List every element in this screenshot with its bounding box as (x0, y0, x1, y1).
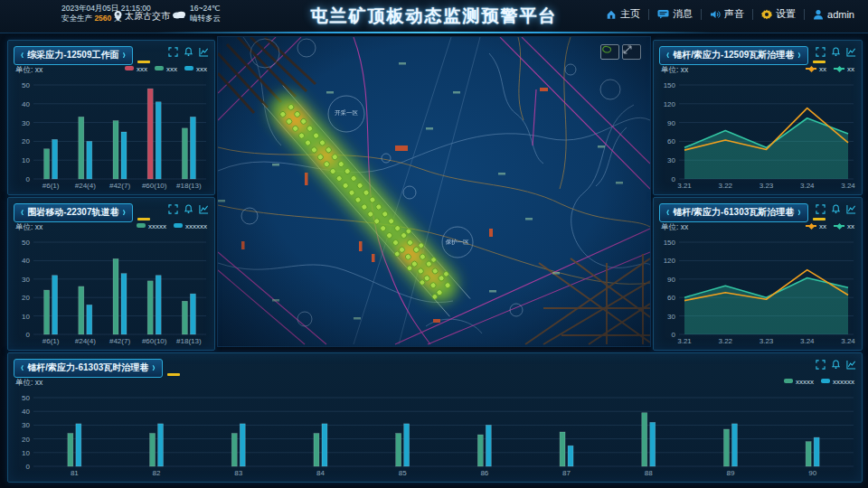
chevron-right-icon: › (152, 361, 155, 374)
panel-title: 围岩移动-22307轨道巷 (27, 206, 118, 219)
svg-text:40: 40 (22, 100, 30, 108)
chevron-right-icon: › (797, 48, 800, 61)
panel-title: 锚杆/索应力-61303瓦时治理巷 (27, 361, 148, 374)
title-underline-dash (167, 373, 180, 376)
svg-text:3.23: 3.23 (760, 182, 774, 190)
svg-text:30: 30 (22, 276, 30, 284)
svg-text:10: 10 (22, 449, 30, 457)
panel-title-capsule: ‹综采应力-12509工作面› (14, 46, 133, 65)
svg-text:86: 86 (480, 469, 488, 477)
title-underline-dash (137, 61, 150, 63)
trend-icon[interactable] (199, 47, 209, 57)
region-icon (601, 45, 612, 53)
map-region-button[interactable] (600, 44, 619, 60)
svg-text:3.21: 3.21 (677, 182, 692, 190)
chevron-left-icon: ‹ (21, 361, 24, 374)
svg-text:3.24: 3.24 (800, 337, 815, 345)
svg-text:3.21: 3.21 (677, 337, 692, 345)
svg-text:60: 60 (667, 294, 675, 302)
expand-icon[interactable] (816, 47, 826, 57)
trend-icon[interactable] (846, 360, 856, 370)
svg-text:40: 40 (22, 257, 30, 265)
svg-text:150: 150 (664, 239, 676, 247)
title-underline-dash (813, 218, 826, 221)
bar-chart: 01020304050#6(1)#24(4)#42(7)#60(10)#18(1… (12, 237, 211, 346)
line-chart: 03060901201503.213.223.233.243.24 (657, 80, 858, 191)
svg-text:30: 30 (667, 313, 675, 321)
chevron-left-icon: ‹ (21, 205, 24, 219)
svg-text:#6(1): #6(1) (42, 337, 60, 345)
trend-icon[interactable] (846, 204, 856, 214)
panel-title: 锚杆/索应力-12509瓦斯治理巷 (673, 49, 794, 61)
nav-sound[interactable]: 声音 (702, 7, 752, 21)
svg-text:30: 30 (667, 156, 675, 164)
svg-text:20: 20 (22, 436, 30, 444)
svg-text:0: 0 (672, 331, 676, 339)
svg-text:#24(4): #24(4) (75, 182, 96, 190)
panel-title-capsule: ‹锚杆/索应力-61303瓦斯治理巷› (659, 203, 808, 222)
expand-icon[interactable] (168, 47, 178, 57)
svg-text:50: 50 (22, 239, 30, 247)
panel-title: 综采应力-12509工作面 (27, 49, 118, 61)
message-icon (657, 9, 669, 19)
unit-label: 单位: xx (15, 222, 42, 231)
expand-icon[interactable] (168, 204, 178, 214)
svg-text:0: 0 (26, 463, 31, 471)
svg-text:3.22: 3.22 (718, 182, 732, 190)
panel-toolbar (816, 47, 856, 57)
chevron-right-icon: › (122, 48, 125, 61)
svg-text:#24(4): #24(4) (75, 337, 96, 345)
map-zone-label: 开采一区 (335, 108, 358, 117)
svg-text:85: 85 (399, 469, 407, 477)
svg-text:83: 83 (234, 469, 242, 477)
bar-chart: 0102030405081828384858687888990 (12, 392, 858, 478)
chevron-left-icon: ‹ (666, 48, 669, 61)
svg-text:81: 81 (71, 469, 79, 477)
svg-text:60: 60 (667, 137, 675, 145)
chevron-left-icon: ‹ (666, 205, 669, 219)
expand-icon[interactable] (816, 360, 826, 370)
svg-text:82: 82 (153, 469, 161, 477)
svg-text:0: 0 (26, 331, 31, 339)
alarm-icon[interactable] (831, 360, 841, 370)
svg-text:#60(10): #60(10) (142, 182, 167, 190)
chart-legend: xxxxxxxxxxx (137, 222, 207, 230)
svg-text:#6(1): #6(1) (42, 182, 60, 190)
sound-icon (710, 9, 721, 20)
expand-icon[interactable] (816, 204, 826, 214)
chart-legend: xxxx (806, 65, 854, 73)
alarm-icon[interactable] (184, 204, 193, 214)
chevron-right-icon: › (122, 205, 125, 219)
nav-admin[interactable]: admin (805, 9, 863, 20)
map-fullscreen-button[interactable] (622, 44, 641, 60)
nav-settings[interactable]: 设置 (753, 7, 804, 21)
trend-icon[interactable] (199, 204, 209, 214)
trend-icon[interactable] (846, 47, 856, 57)
svg-text:50: 50 (22, 394, 30, 402)
panel-title-capsule: ‹锚杆/索应力-12509瓦斯治理巷› (659, 46, 808, 65)
panel-bolt-stress-61303: ‹锚杆/索应力-61303瓦斯治理巷› 单位: xxxxxx 030609012… (653, 197, 863, 351)
alarm-icon[interactable] (831, 47, 841, 57)
svg-text:3.23: 3.23 (760, 337, 774, 345)
svg-text:#18(13): #18(13) (176, 182, 202, 190)
bar-chart: 01020304050#6(1)#24(4)#42(7)#60(10)#18(1… (12, 80, 211, 191)
title-underline-dash (813, 61, 826, 63)
mine-map-panel[interactable]: 开采一区 保护一区 (217, 36, 651, 347)
map-zone-label: 保护一区 (446, 239, 469, 247)
nav-messages[interactable]: 消息 (649, 7, 701, 21)
svg-text:87: 87 (562, 469, 571, 477)
svg-text:#18(13): #18(13) (176, 337, 202, 345)
svg-text:90: 90 (667, 119, 675, 127)
svg-text:120: 120 (664, 257, 676, 265)
svg-text:0: 0 (26, 175, 31, 183)
svg-text:10: 10 (22, 156, 30, 164)
gear-icon (761, 9, 772, 20)
svg-text:90: 90 (808, 469, 816, 477)
header-nav: 主页 消息 声音 设置 (598, 7, 863, 21)
svg-text:20: 20 (22, 137, 30, 145)
alarm-icon[interactable] (831, 204, 841, 214)
home-icon (606, 9, 617, 20)
line-chart: 03060901201503.213.223.233.243.24 (657, 237, 858, 346)
alarm-icon[interactable] (184, 47, 193, 57)
nav-home[interactable]: 主页 (598, 7, 648, 21)
